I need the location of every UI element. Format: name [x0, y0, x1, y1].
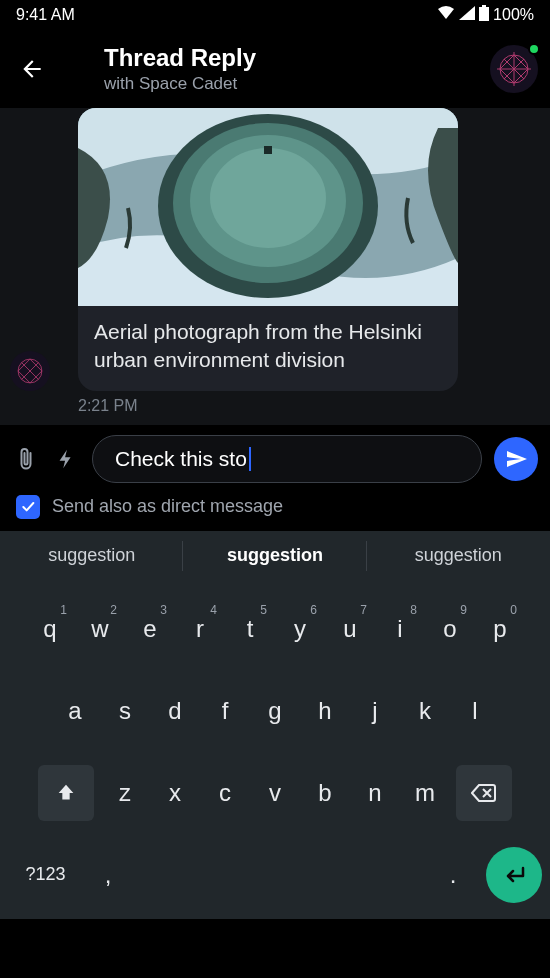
shift-icon — [55, 782, 77, 804]
key-p[interactable]: p0 — [475, 599, 525, 659]
key-t[interactable]: t5 — [225, 599, 275, 659]
message-input-text: Check this sto — [115, 447, 247, 471]
message-row: Aerial photograph from the Helsinki urba… — [0, 108, 550, 393]
key-h[interactable]: h — [300, 681, 350, 741]
key-v[interactable]: v — [250, 763, 300, 823]
back-arrow-icon — [19, 56, 45, 82]
key-g[interactable]: g — [250, 681, 300, 741]
thread-header: Thread Reply with Space Cadet — [0, 30, 550, 108]
key-d[interactable]: d — [150, 681, 200, 741]
message-caption: Aerial photograph from the Helsinki urba… — [78, 306, 458, 391]
send-button[interactable] — [494, 437, 538, 481]
key-f[interactable]: f — [200, 681, 250, 741]
suggestion-left[interactable]: suggestion — [0, 531, 183, 581]
key-z[interactable]: z — [100, 763, 150, 823]
battery-percent: 100% — [493, 6, 534, 24]
page-title: Thread Reply — [104, 44, 478, 72]
space-key[interactable] — [133, 847, 428, 903]
attachment-image[interactable] — [78, 108, 458, 306]
send-icon — [504, 447, 528, 471]
dm-label: Send also as direct message — [52, 496, 283, 517]
page-subtitle: with Space Cadet — [104, 74, 478, 94]
message-bubble[interactable]: Aerial photograph from the Helsinki urba… — [78, 108, 458, 391]
svg-rect-9 — [264, 146, 272, 154]
key-row-3: zxcvbnm — [4, 763, 546, 823]
key-y[interactable]: y6 — [275, 599, 325, 659]
paperclip-icon — [14, 447, 38, 471]
key-b[interactable]: b — [300, 763, 350, 823]
message-input[interactable]: Check this sto — [92, 435, 482, 483]
symbols-key[interactable]: ?123 — [8, 847, 83, 903]
key-x[interactable]: x — [150, 763, 200, 823]
key-r[interactable]: r4 — [175, 599, 225, 659]
suggestion-mid[interactable]: suggestion — [183, 531, 366, 581]
key-row-1: q1w2e3r4t5y6u7i8o9p0 — [4, 599, 546, 659]
backspace-icon — [471, 783, 497, 803]
key-i[interactable]: i8 — [375, 599, 425, 659]
key-n[interactable]: n — [350, 763, 400, 823]
key-s[interactable]: s — [100, 681, 150, 741]
enter-icon — [501, 865, 527, 885]
enter-key[interactable] — [486, 847, 542, 903]
battery-icon — [479, 5, 489, 25]
soft-keyboard: q1w2e3r4t5y6u7i8o9p0 asdfghjkl zxcvbnm ?… — [0, 581, 550, 919]
thread-messages: Aerial photograph from the Helsinki urba… — [0, 108, 550, 425]
status-right: 100% — [437, 5, 534, 25]
header-titles: Thread Reply with Space Cadet — [64, 44, 478, 94]
comma-key[interactable]: , — [83, 845, 133, 905]
attach-button[interactable] — [12, 445, 40, 473]
key-j[interactable]: j — [350, 681, 400, 741]
key-k[interactable]: k — [400, 681, 450, 741]
key-m[interactable]: m — [400, 763, 450, 823]
back-button[interactable] — [12, 49, 52, 89]
key-q[interactable]: q1 — [25, 599, 75, 659]
wifi-icon — [437, 6, 455, 24]
lightning-icon — [55, 448, 77, 470]
key-l[interactable]: l — [450, 681, 500, 741]
user-avatar[interactable] — [490, 45, 538, 93]
key-row-4: ?123 , . — [4, 845, 546, 911]
message-avatar[interactable] — [10, 351, 50, 391]
key-o[interactable]: o9 — [425, 599, 475, 659]
suggestion-right[interactable]: suggestion — [367, 531, 550, 581]
send-as-dm-row[interactable]: Send also as direct message — [0, 489, 550, 531]
key-c[interactable]: c — [200, 763, 250, 823]
shift-key[interactable] — [38, 765, 94, 821]
key-u[interactable]: u7 — [325, 599, 375, 659]
backspace-key[interactable] — [456, 765, 512, 821]
key-a[interactable]: a — [50, 681, 100, 741]
status-time: 9:41 AM — [16, 6, 75, 24]
key-w[interactable]: w2 — [75, 599, 125, 659]
status-bar: 9:41 AM 100% — [0, 0, 550, 30]
check-icon — [20, 499, 36, 515]
svg-rect-1 — [479, 7, 489, 21]
keyboard-suggestions: suggestion suggestion suggestion — [0, 531, 550, 581]
text-cursor — [249, 447, 251, 471]
period-key[interactable]: . — [428, 845, 478, 905]
key-e[interactable]: e3 — [125, 599, 175, 659]
presence-indicator — [528, 43, 540, 55]
compose-bar: Check this sto — [0, 425, 550, 489]
cell-signal-icon — [459, 6, 475, 24]
key-row-2: asdfghjkl — [4, 681, 546, 741]
quick-action-button[interactable] — [52, 445, 80, 473]
dm-checkbox[interactable] — [16, 495, 40, 519]
message-timestamp: 2:21 PM — [0, 393, 550, 425]
svg-rect-0 — [482, 5, 486, 7]
svg-point-8 — [210, 148, 326, 248]
